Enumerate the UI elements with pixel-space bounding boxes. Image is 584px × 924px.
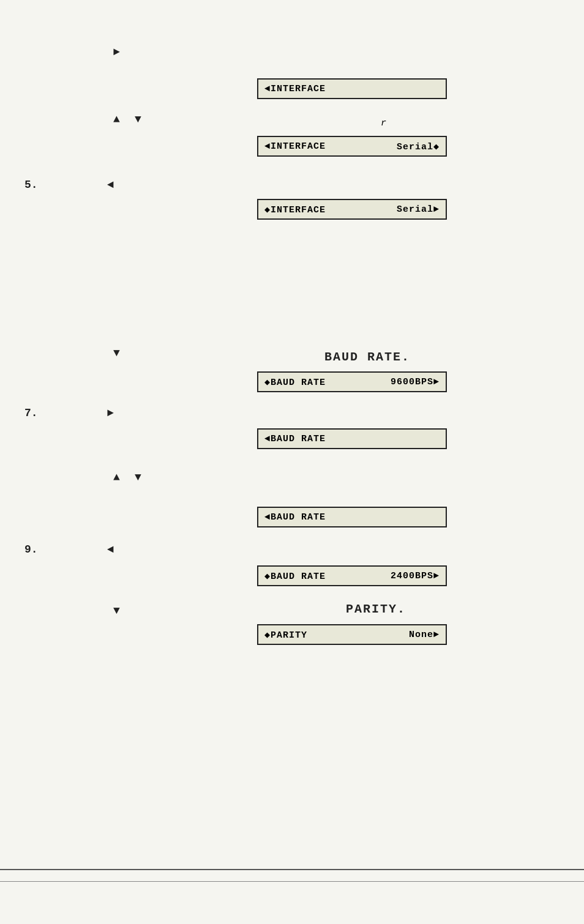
- bottom-rule-1: [0, 869, 584, 870]
- parity-section-header: PARITY.: [346, 602, 406, 616]
- nav-down-arrow-3[interactable]: ▼: [135, 471, 141, 483]
- interface-box-2-right: Serial◆: [397, 141, 440, 152]
- parity-box-1-right: None►: [409, 630, 440, 640]
- interface-box-2: ◄INTERFACE Serial◆: [257, 136, 447, 157]
- step-5-label: 5.: [24, 179, 38, 191]
- nav-up-arrow-2[interactable]: ▲: [113, 471, 120, 483]
- baud-rate-box-3-left: ◄BAUD RATE: [264, 512, 326, 523]
- parity-box-1: ◆PARITY None►: [257, 624, 447, 645]
- nav-left-arrow-2[interactable]: ◄: [107, 543, 114, 556]
- nav-down-arrow-1[interactable]: ▼: [135, 113, 141, 125]
- interface-box-3: ◆INTERFACE Serial►: [257, 199, 447, 220]
- r-label: r: [381, 118, 386, 129]
- nav-up-arrow-1[interactable]: ▲: [113, 113, 120, 125]
- baud-rate-box-2: ◄BAUD RATE: [257, 428, 447, 449]
- baud-rate-box-2-left: ◄BAUD RATE: [264, 434, 326, 444]
- baud-rate-box-1: ◆BAUD RATE 9600BPS►: [257, 371, 447, 392]
- baud-rate-section-header: BAUD RATE.: [324, 350, 410, 364]
- step-7-label: 7.: [24, 407, 38, 419]
- baud-rate-box-4-right: 2400BPS►: [391, 571, 440, 581]
- interface-box-3-left: ◆INTERFACE: [264, 204, 326, 215]
- page: ► ◄INTERFACE ▲ ▼ r ◄INTERFACE Serial◆ 5.…: [0, 0, 584, 924]
- bottom-rule-2: [0, 881, 584, 882]
- nav-right-arrow-1[interactable]: ►: [113, 46, 120, 58]
- nav-right-arrow-2[interactable]: ►: [107, 407, 114, 419]
- interface-box-1: ◄INTERFACE: [257, 78, 447, 99]
- baud-rate-box-3: ◄BAUD RATE: [257, 507, 447, 527]
- baud-rate-box-1-right: 9600BPS►: [391, 377, 440, 387]
- interface-box-1-left: ◄INTERFACE: [264, 84, 326, 94]
- nav-down-arrow-2[interactable]: ▼: [113, 347, 120, 359]
- nav-down-arrow-4[interactable]: ▼: [113, 605, 120, 617]
- baud-rate-box-1-left: ◆BAUD RATE: [264, 376, 326, 388]
- interface-box-3-right: Serial►: [397, 204, 440, 215]
- baud-rate-box-4: ◆BAUD RATE 2400BPS►: [257, 565, 447, 586]
- nav-left-arrow-1[interactable]: ◄: [107, 179, 114, 191]
- parity-box-1-left: ◆PARITY: [264, 629, 307, 641]
- baud-rate-box-4-left: ◆BAUD RATE: [264, 570, 326, 582]
- step-9-label: 9.: [24, 543, 38, 556]
- interface-box-2-left: ◄INTERFACE: [264, 141, 326, 152]
